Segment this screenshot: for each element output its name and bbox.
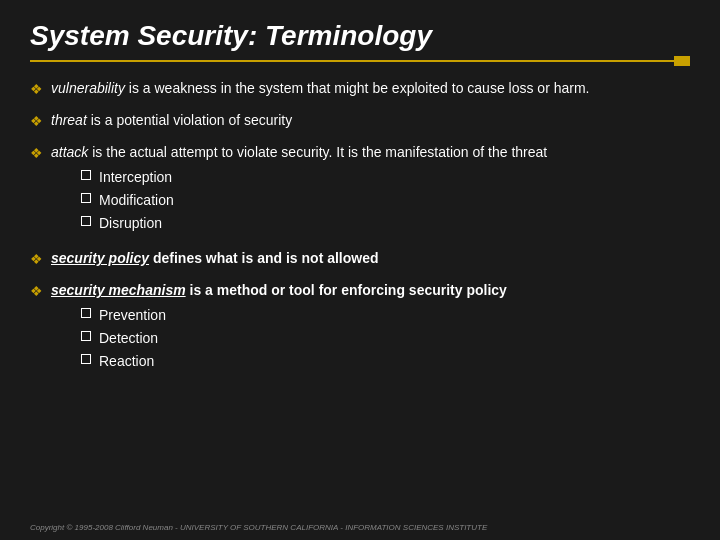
security-mechanism-word: security mechanism [51,282,186,298]
sub-item-modification: Modification [81,190,690,211]
vulnerability-word: vulnerability [51,80,125,96]
bullet-vulnerability: ❖ vulnerability is a weakness in the sys… [30,78,690,100]
slide-title: System Security: Terminology [30,20,690,52]
sub-item-interception: Interception [81,167,690,188]
slide-content: ❖ vulnerability is a weakness in the sys… [30,78,690,376]
vulnerability-text: vulnerability is a weakness in the syste… [51,78,690,99]
attack-text: attack is the actual attempt to violate … [51,142,690,238]
diamond-icon-4: ❖ [30,249,43,270]
sub-square-icon-3 [81,216,91,226]
diamond-icon-1: ❖ [30,79,43,100]
attack-word: attack [51,144,88,160]
sub-item-reaction: Reaction [81,351,690,372]
diamond-icon-5: ❖ [30,281,43,302]
attack-sublist: Interception Modification Disruption [81,167,690,234]
threat-rest: is a potential violation of security [91,112,293,128]
diamond-icon-3: ❖ [30,143,43,164]
attack-rest: is the actual attempt to violate securit… [92,144,547,160]
security-mechanism-text: security mechanism is a method or tool f… [51,280,690,376]
disruption-label: Disruption [99,213,162,234]
threat-word: threat [51,112,87,128]
security-mechanism-rest: is a method or tool for enforcing securi… [190,282,507,298]
security-policy-text: security policy defines what is and is n… [51,248,690,269]
sub-square-icon-1 [81,170,91,180]
security-policy-word: security policy [51,250,149,266]
sub-item-disruption: Disruption [81,213,690,234]
title-underline [30,60,690,62]
diamond-icon-2: ❖ [30,111,43,132]
bullet-security-policy: ❖ security policy defines what is and is… [30,248,690,270]
interception-label: Interception [99,167,172,188]
sub-square-icon-6 [81,354,91,364]
sub-item-prevention: Prevention [81,305,690,326]
bullet-attack: ❖ attack is the actual attempt to violat… [30,142,690,238]
reaction-label: Reaction [99,351,154,372]
bullet-security-mechanism: ❖ security mechanism is a method or tool… [30,280,690,376]
prevention-label: Prevention [99,305,166,326]
threat-text: threat is a potential violation of secur… [51,110,690,131]
sub-item-detection: Detection [81,328,690,349]
sub-square-icon-2 [81,193,91,203]
modification-label: Modification [99,190,174,211]
sub-square-icon-5 [81,331,91,341]
copyright-text: Copyright © 1995-2008 Clifford Neuman - … [30,523,487,532]
vulnerability-rest: is a weakness in the system that might b… [129,80,590,96]
security-policy-rest: defines what is and is not allowed [153,250,379,266]
detection-label: Detection [99,328,158,349]
mechanism-sublist: Prevention Detection Reaction [81,305,690,372]
slide: System Security: Terminology ❖ vulnerabi… [0,0,720,540]
sub-square-icon-4 [81,308,91,318]
bullet-threat: ❖ threat is a potential violation of sec… [30,110,690,132]
